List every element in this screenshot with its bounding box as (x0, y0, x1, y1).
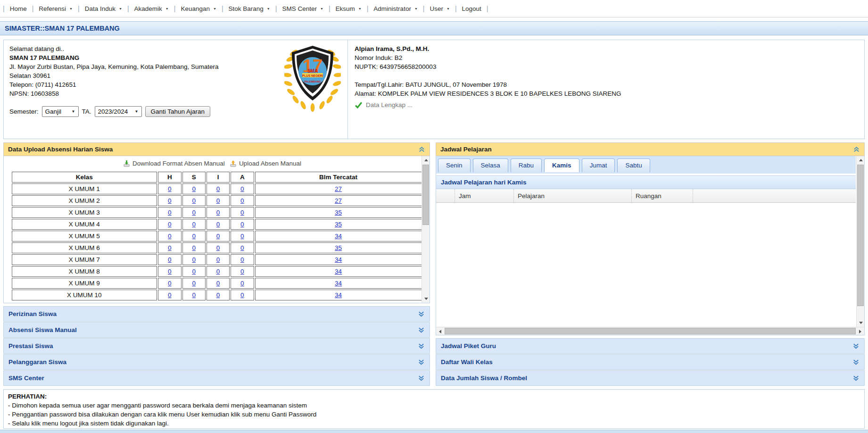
absen-count-link[interactable]: 0 (192, 209, 196, 216)
accordion-perizinan-siswa[interactable]: Perizinan Siswa (3, 306, 430, 322)
tab-senin[interactable]: Senin (438, 158, 471, 172)
absen-count-link[interactable]: 0 (216, 268, 220, 275)
menu-item-referensi[interactable]: Referensi▼ (34, 0, 77, 17)
absen-count-link[interactable]: 0 (240, 197, 244, 204)
absen-count-link[interactable]: 0 (240, 233, 244, 240)
menu-item-stok-barang[interactable]: Stok Barang▼ (224, 0, 274, 17)
scroll-up-button[interactable] (857, 156, 865, 164)
absen-count-link[interactable]: 0 (216, 291, 220, 299)
blm-tercatat-link[interactable]: 34 (335, 291, 342, 299)
tab-sabtu[interactable]: Sabtu (617, 158, 650, 172)
absen-count-link[interactable]: 0 (240, 244, 244, 251)
menu-item-logout[interactable]: Logout (458, 0, 486, 17)
absen-count-link[interactable]: 0 (192, 185, 196, 192)
absen-count-link[interactable]: 0 (216, 244, 220, 251)
blm-tercatat-link[interactable]: 35 (335, 221, 342, 228)
absen-count-link[interactable]: 0 (192, 233, 196, 240)
tab-rabu[interactable]: Rabu (511, 158, 542, 172)
grid-column-header-ruangan[interactable]: Ruangan (632, 189, 693, 202)
absen-count-link[interactable]: 0 (192, 291, 196, 299)
scroll-thumb[interactable] (445, 328, 856, 334)
absen-count-link[interactable]: 0 (192, 280, 196, 287)
menu-item-eksum[interactable]: Eksum▼ (331, 0, 366, 17)
accordion-daftar-wali-kelas[interactable]: Daftar Wali Kelas (436, 354, 865, 370)
absen-count-link[interactable]: 0 (168, 197, 172, 204)
blm-tercatat-link[interactable]: 35 (335, 244, 342, 251)
absen-count-link[interactable]: 0 (168, 291, 172, 299)
accordion-jadwal-piket-guru[interactable]: Jadwal Piket Guru (436, 338, 865, 354)
blm-tercatat-link[interactable]: 34 (335, 268, 342, 275)
absen-count-link[interactable]: 0 (216, 280, 220, 287)
menu-item-home[interactable]: Home (6, 0, 31, 17)
ganti-tahun-ajaran-button[interactable]: Ganti Tahun Ajaran (145, 106, 211, 117)
jadwal-vertical-scrollbar[interactable] (856, 156, 864, 327)
collapse-double-chevron-up-icon[interactable] (418, 146, 425, 153)
absensi-panel-header[interactable]: Data Upload Absensi Harian Siswa (3, 142, 430, 156)
absen-count-link[interactable]: 0 (168, 268, 172, 275)
tahun-ajaran-select[interactable]: 2023/2024 ▼ (95, 106, 142, 117)
menu-item-data-induk[interactable]: Data Induk▼ (81, 0, 126, 17)
scroll-thumb[interactable] (422, 165, 429, 225)
semester-select[interactable]: Ganjil ▼ (42, 106, 79, 117)
jadwal-horizontal-scrollbar[interactable] (436, 327, 864, 335)
scroll-thumb[interactable] (857, 165, 864, 306)
download-format-absen-link[interactable]: Download Format Absen Manual (123, 160, 225, 167)
accordion-absensi-siswa-manual[interactable]: Absensi Siswa Manual (3, 322, 430, 338)
scroll-up-button[interactable] (422, 156, 430, 164)
blm-tercatat-link[interactable]: 27 (335, 197, 342, 204)
blm-tercatat-link[interactable]: 34 (335, 233, 342, 240)
collapse-double-chevron-up-icon[interactable] (853, 146, 860, 153)
upload-absen-link[interactable]: Upload Absen Manual (230, 160, 301, 167)
blm-tercatat-link[interactable]: 27 (335, 185, 342, 192)
blm-tercatat-link[interactable]: 34 (335, 256, 342, 263)
absen-count-link[interactable]: 0 (192, 221, 196, 228)
absen-count-link[interactable]: 0 (192, 244, 196, 251)
absen-count-link[interactable]: 0 (240, 291, 244, 299)
absen-count-link[interactable]: 0 (168, 256, 172, 263)
absensi-vertical-scrollbar[interactable] (422, 156, 430, 303)
scroll-left-button[interactable] (436, 327, 444, 335)
absen-count-link[interactable]: 0 (240, 185, 244, 192)
accordion-data-jumlah-siswa-rombel[interactable]: Data Jumlah Siswa / Rombel (436, 370, 865, 386)
absen-count-link[interactable]: 0 (216, 197, 220, 204)
absen-count-link[interactable]: 0 (168, 185, 172, 192)
menu-item-akademik[interactable]: Akademik▼ (130, 0, 173, 17)
tab-selasa[interactable]: Selasa (473, 158, 508, 172)
absen-count-link[interactable]: 0 (168, 209, 172, 216)
menu-item-administrator[interactable]: Administrator▼ (369, 0, 422, 17)
menu-item-sms-center[interactable]: SMS Center▼ (278, 0, 327, 17)
menu-item-keuangan[interactable]: Keuangan▼ (176, 0, 221, 17)
absen-count-link[interactable]: 0 (240, 280, 244, 287)
tab-kamis[interactable]: Kamis (544, 158, 579, 172)
scroll-right-button[interactable] (856, 327, 864, 335)
absen-count-link[interactable]: 0 (216, 185, 220, 192)
scroll-down-button[interactable] (422, 295, 430, 303)
absen-count-link[interactable]: 0 (192, 197, 196, 204)
absen-count-link[interactable]: 0 (192, 268, 196, 275)
absen-count-link[interactable]: 0 (240, 209, 244, 216)
absen-count-link[interactable]: 0 (192, 256, 196, 263)
tab-jumat[interactable]: Jumat (582, 158, 615, 172)
absen-count-link[interactable]: 0 (240, 221, 244, 228)
absen-count-link[interactable]: 0 (168, 233, 172, 240)
accordion-prestasi-siswa[interactable]: Prestasi Siswa (3, 338, 430, 354)
blm-tercatat-link[interactable]: 35 (335, 209, 342, 216)
absen-count-link[interactable]: 0 (216, 233, 220, 240)
absen-count-link[interactable]: 0 (216, 256, 220, 263)
scroll-down-button[interactable] (857, 319, 865, 327)
jadwal-panel-header[interactable]: Jadwal Pelajaran (436, 142, 865, 156)
absen-count-link[interactable]: 0 (168, 244, 172, 251)
accordion-sms-center[interactable]: SMS Center (3, 370, 430, 386)
accordion-pelanggaran-siswa[interactable]: Pelanggaran Siswa (3, 354, 430, 370)
absen-count-link[interactable]: 0 (240, 256, 244, 263)
absen-count-link[interactable]: 0 (240, 268, 244, 275)
grid-column-header-blank[interactable] (436, 189, 455, 202)
absen-count-link[interactable]: 0 (216, 221, 220, 228)
absen-count-link[interactable]: 0 (168, 221, 172, 228)
grid-column-header-pelajaran[interactable]: Pelajaran (514, 189, 632, 202)
grid-column-header-jam[interactable]: Jam (455, 189, 514, 202)
menu-item-user[interactable]: User▼ (425, 0, 454, 17)
absen-count-link[interactable]: 0 (168, 280, 172, 287)
absen-count-link[interactable]: 0 (216, 209, 220, 216)
blm-tercatat-link[interactable]: 34 (335, 280, 342, 287)
